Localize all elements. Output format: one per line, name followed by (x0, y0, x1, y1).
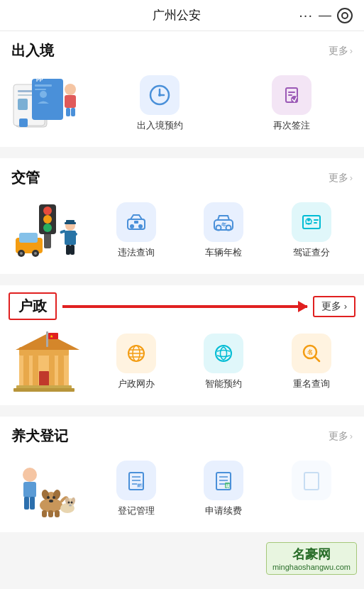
inspection-label: 车辆年检 (205, 246, 242, 259)
traffic-more-btn[interactable]: 更多 › (329, 172, 353, 185)
revisit-icon (272, 75, 311, 115)
svg-rect-35 (65, 222, 76, 224)
svg-point-83 (47, 496, 50, 499)
svg-point-95 (69, 505, 72, 507)
dog-more-btn[interactable]: 更多 › (329, 430, 353, 443)
divider-1 (0, 153, 364, 158)
minus-icon[interactable]: — (319, 8, 331, 23)
svg-rect-4 (18, 99, 28, 110)
svg-point-94 (71, 502, 73, 504)
dog-header: 养犬登记 更多 › (0, 417, 364, 451)
watermark-box: 名豪网 minghaoshangwu.com (266, 542, 357, 575)
svg-point-9 (40, 91, 47, 98)
traffic-illustration (9, 199, 87, 263)
inspection-icon: 年 (204, 202, 243, 242)
svg-rect-76 (23, 482, 36, 497)
svg-rect-56 (33, 356, 38, 387)
dog-icon-grid: 登记管理 续 申请续费 (92, 461, 355, 517)
svg-text:名: 名 (307, 349, 313, 356)
app-title: 广州公安 (153, 7, 201, 23)
svg-rect-10 (19, 119, 28, 127)
divider-3 (0, 411, 364, 417)
huzheng-web-btn[interactable]: 户政网办 (116, 334, 156, 390)
svg-line-73 (315, 357, 319, 361)
svg-rect-65 (13, 388, 75, 392)
watermark-main: 名豪网 (292, 546, 331, 563)
svg-point-31 (34, 252, 37, 255)
svg-rect-52 (314, 222, 317, 224)
traffic-title: 交管 (11, 168, 40, 187)
red-arrow (62, 305, 307, 308)
huzheng-web-icon (116, 334, 156, 373)
appointment-icon (140, 75, 180, 115)
immigration-header: 出入境 更多 › (0, 31, 364, 66)
svg-point-42 (138, 224, 143, 229)
huzheng-more-btn[interactable]: 更多 › (313, 296, 355, 317)
svg-point-11 (65, 84, 76, 95)
svg-rect-109 (304, 473, 319, 490)
svg-text:续: 续 (226, 483, 231, 488)
immigration-icon-grid: 出入境预约 再次签注 (92, 75, 355, 132)
immigration-chevron: › (350, 45, 353, 56)
svg-rect-87 (48, 510, 53, 517)
svg-point-75 (23, 468, 37, 482)
arrow-shaft (62, 305, 307, 308)
record-icon[interactable] (337, 8, 353, 23)
huzheng-title: 户政 (18, 298, 47, 314)
arrow-head (298, 301, 308, 312)
huzheng-appointment-icon (204, 334, 243, 373)
svg-rect-14 (71, 108, 75, 116)
revisit-label: 再次签注 (273, 119, 310, 132)
divider-2 (0, 280, 364, 285)
dog-extra-btn[interactable] (292, 461, 331, 505)
huzheng-header: 户政 更多 › (0, 285, 364, 324)
svg-rect-61 (46, 331, 48, 347)
immigration-title: 出入境 (11, 41, 54, 60)
immigration-section: 出入境 更多 › PP (0, 31, 364, 147)
svg-point-93 (68, 502, 70, 504)
huzheng-chevron: › (344, 301, 347, 312)
svg-rect-88 (55, 510, 60, 517)
violation-label: 违法查询 (118, 246, 155, 259)
svg-rect-77 (24, 497, 29, 510)
svg-rect-12 (65, 95, 76, 108)
huzheng-appointment-btn[interactable]: 智能预约 (204, 334, 243, 390)
huzheng-icon-grid: 户政网办 智能预约 名 (92, 334, 355, 390)
svg-point-50 (307, 219, 310, 221)
svg-point-85 (49, 500, 53, 502)
svg-rect-57 (49, 356, 55, 387)
immigration-more-btn[interactable]: 更多 › (329, 45, 353, 57)
traffic-license-btn[interactable]: 驾证查分 (292, 202, 331, 259)
more-dots-icon[interactable]: ··· (299, 7, 313, 23)
dog-manage-icon (116, 461, 156, 500)
svg-point-84 (53, 496, 55, 499)
svg-rect-19 (288, 92, 295, 93)
dog-illustration (9, 457, 87, 521)
svg-rect-13 (66, 108, 70, 116)
dog-manage-btn[interactable]: 登记管理 (116, 461, 156, 517)
svg-rect-38 (66, 245, 70, 255)
svg-rect-58 (58, 356, 64, 387)
svg-rect-7 (35, 89, 46, 90)
traffic-violation-btn[interactable]: 违法查询 (116, 202, 156, 259)
svg-text:★: ★ (50, 334, 53, 338)
svg-rect-100 (137, 483, 143, 488)
svg-rect-78 (30, 497, 35, 510)
svg-point-16 (158, 94, 161, 97)
title-bar-right: ··· — (299, 7, 353, 23)
svg-rect-43 (134, 221, 138, 224)
license-icon (292, 202, 331, 242)
dog-renew-label: 申请续费 (205, 505, 242, 517)
immigration-appointment-btn[interactable]: 出入境预约 (137, 75, 183, 132)
huzheng-namequery-btn[interactable]: 名 重名查询 (292, 334, 331, 390)
watermark: 名豪网 minghaoshangwu.com (266, 542, 357, 575)
svg-text:PP: PP (36, 77, 43, 82)
svg-rect-27 (19, 233, 38, 243)
dog-renew-btn[interactable]: 续 申请续费 (204, 461, 243, 517)
svg-rect-55 (23, 356, 29, 387)
huzheng-section: 户政 更多 › (0, 285, 364, 405)
immigration-revisit-btn[interactable]: 再次签注 (272, 75, 311, 132)
license-label: 驾证查分 (293, 246, 330, 259)
traffic-inspection-btn[interactable]: 年 车辆年检 (204, 202, 243, 259)
svg-rect-59 (39, 371, 49, 387)
